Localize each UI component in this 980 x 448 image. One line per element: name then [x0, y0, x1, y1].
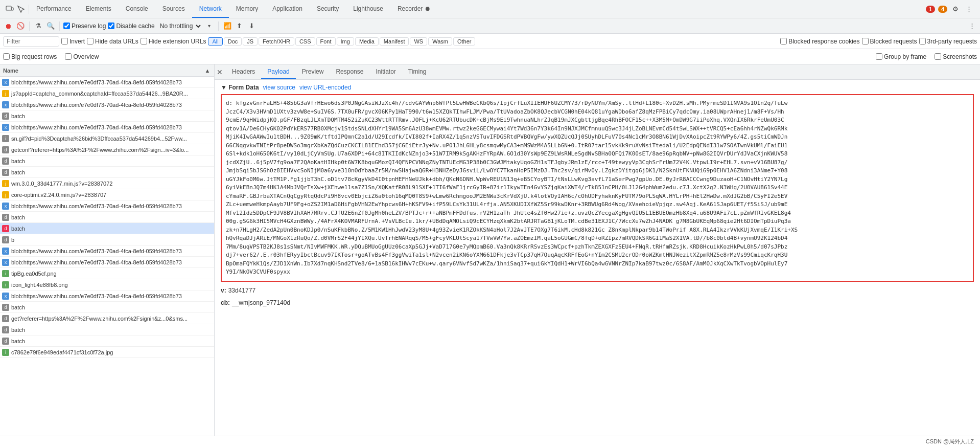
record-button[interactable]: ⏺: [3, 21, 13, 31]
sort-indicator[interactable]: ▲: [204, 68, 211, 74]
list-item[interactable]: iicon_light.4e88fb8.png: [0, 279, 214, 290]
tab-recorder[interactable]: Recorder ⏺: [390, 0, 438, 18]
filter-js[interactable]: JS: [243, 37, 258, 46]
list-item[interactable]: dbatch: [0, 223, 214, 234]
settings-button[interactable]: ⚙: [950, 4, 961, 14]
view-url-encoded-toggle[interactable]: view URL-encoded: [299, 84, 351, 91]
sub-tab-headers[interactable]: Headers: [226, 64, 261, 79]
disable-cache-checkbox[interactable]: [108, 23, 114, 29]
big-rows-checkbox[interactable]: [3, 53, 10, 60]
toolbar-sep-2: [59, 21, 60, 31]
item-type-icon: x: [2, 79, 9, 86]
tab-memory[interactable]: Memory: [229, 0, 265, 18]
tab-console[interactable]: Console: [119, 0, 155, 18]
big-rows-label[interactable]: Big request rows: [3, 53, 57, 60]
tab-application[interactable]: Application: [265, 0, 310, 18]
filter-css[interactable]: CSS: [295, 37, 315, 46]
filter-manifest[interactable]: Manifest: [380, 37, 409, 46]
list-item[interactable]: db: [0, 234, 214, 245]
sub-tab-initiator[interactable]: Initiator: [369, 64, 402, 79]
list-item[interactable]: isn.gif?d=pid%3Dcaptcha%26bid%3Dffccaa53…: [0, 133, 214, 144]
sub-tab-preview[interactable]: Preview: [296, 64, 330, 79]
hide-data-urls-label[interactable]: Hide data URLs: [87, 38, 138, 45]
search-toggle[interactable]: 🔍: [45, 21, 56, 31]
overview-checkbox[interactable]: [65, 53, 72, 60]
tab-security[interactable]: Security: [310, 0, 346, 18]
list-item[interactable]: ic7862e79f6e949edaf4471cf31c0f72a.jpg: [0, 347, 214, 358]
list-item[interactable]: itipBg.ea0d5cf.png: [0, 268, 214, 279]
filter-input[interactable]: [3, 36, 59, 47]
filter-fetch-xhr[interactable]: Fetch/XHR: [259, 37, 294, 46]
list-item[interactable]: jcore-optimi.v2.24.0.min.js?v=2838707: [0, 189, 214, 200]
sub-tab-timing[interactable]: Timing: [402, 64, 433, 79]
more-options-button[interactable]: ⋮: [964, 4, 974, 14]
list-item[interactable]: xblob:https://www.zhihu.com/e7e0df73-70a…: [0, 77, 214, 88]
filter-ws[interactable]: WS: [410, 37, 427, 46]
list-item[interactable]: dbatch: [0, 302, 214, 313]
filter-img[interactable]: Img: [337, 37, 354, 46]
throttle-select[interactable]: No throttling: [157, 22, 202, 30]
tab-network[interactable]: Network: [192, 0, 229, 18]
device-toggle-icon[interactable]: [5, 5, 14, 14]
list-item[interactable]: xblob:https://www.zhihu.com/e7e0df73-70a…: [0, 257, 214, 268]
list-item[interactable]: dbatch: [0, 335, 214, 347]
group-by-frame-checkbox[interactable]: [876, 53, 882, 60]
list-item[interactable]: dbatch: [0, 155, 214, 167]
invert-label[interactable]: Invert: [61, 38, 85, 45]
tab-lighthouse[interactable]: Lighthouse: [346, 0, 390, 18]
tab-performance[interactable]: Performance: [29, 0, 79, 18]
clear-button[interactable]: 🚫: [15, 21, 26, 31]
view-source-toggle[interactable]: view source: [263, 84, 295, 91]
list-item[interactable]: xblob:https://www.zhihu.com/e7e0df73-70a…: [0, 200, 214, 212]
invert-checkbox[interactable]: [61, 38, 68, 44]
screenshots-checkbox[interactable]: [935, 53, 941, 60]
third-party-checkbox[interactable]: [919, 38, 926, 44]
list-item[interactable]: dgetconf?referer=https%3A%2F%2Fwww.zhihu…: [0, 144, 214, 155]
close-panel-button[interactable]: ✕: [217, 68, 223, 76]
blocked-cookies-label[interactable]: Blocked response cookies: [780, 38, 859, 45]
download-icon[interactable]: ⬇: [247, 21, 257, 31]
list-item[interactable]: jwm.3.0.0_33d41777.min.js?v=28387072: [0, 178, 214, 189]
hide-ext-urls-checkbox[interactable]: [141, 38, 147, 44]
blocked-cookies-checkbox[interactable]: [780, 38, 787, 44]
list-item[interactable]: xblob:https://www.zhihu.com/e7e0df73-70a…: [0, 245, 214, 257]
list-item[interactable]: xblob:https://www.zhihu.com/e7e0df73-70a…: [0, 99, 214, 110]
preserve-log-checkbox[interactable]: [63, 23, 70, 29]
tab-elements[interactable]: Elements: [79, 0, 119, 18]
tab-sources[interactable]: Sources: [155, 0, 192, 18]
screenshots-label[interactable]: Screenshots: [935, 53, 977, 60]
list-item[interactable]: dbatch: [0, 212, 214, 223]
blocked-requests-checkbox[interactable]: [862, 38, 869, 44]
overview-label[interactable]: Overview: [65, 53, 99, 60]
list-item[interactable]: dbatch: [0, 167, 214, 178]
inspect-icon[interactable]: [16, 5, 26, 14]
disable-cache-label[interactable]: Disable cache: [108, 23, 154, 30]
filter-toggle[interactable]: ⚗: [33, 21, 43, 31]
more-network-btn[interactable]: ⋮: [967, 21, 977, 31]
list-item[interactable]: xblob:https://www.zhihu.com/e7e0df73-70a…: [0, 290, 214, 302]
filter-all[interactable]: All: [208, 37, 222, 46]
hide-ext-urls-label[interactable]: Hide extension URLs: [141, 38, 206, 45]
filter-wasm[interactable]: Wasm: [428, 37, 452, 46]
filter-doc[interactable]: Doc: [224, 37, 242, 46]
list-item[interactable]: dbatch: [0, 110, 214, 122]
hide-data-urls-checkbox[interactable]: [87, 38, 94, 44]
filter-media[interactable]: Media: [355, 37, 379, 46]
overview-text: Overview: [73, 53, 99, 60]
blocked-requests-label[interactable]: Blocked requests: [862, 38, 917, 45]
filter-other[interactable]: Other: [453, 37, 476, 46]
list-item[interactable]: xblob:https://www.zhihu.com/e7e0df73-70a…: [0, 122, 214, 133]
list-scroll[interactable]: xblob:https://www.zhihu.com/e7e0df73-70a…: [0, 77, 214, 436]
preserve-log-label[interactable]: Preserve log: [63, 23, 106, 30]
sub-tab-response[interactable]: Response: [330, 64, 369, 79]
third-party-label[interactable]: 3rd-party requests: [919, 38, 977, 45]
upload-icon[interactable]: ⬆: [235, 21, 245, 31]
item-type-icon: d: [2, 169, 9, 176]
list-item[interactable]: jjs?appId=captcha_common&captchaId=ffcca…: [0, 88, 214, 99]
sub-tab-payload[interactable]: Payload: [261, 64, 295, 79]
list-item[interactable]: dbatch: [0, 324, 214, 335]
group-by-frame-label[interactable]: Group by frame: [876, 53, 926, 60]
list-item[interactable]: dget?referer=https%3A%2F%2Fwww.zhihu.com…: [0, 313, 214, 324]
throttle-arrow[interactable]: ▾: [204, 21, 215, 31]
filter-font[interactable]: Font: [316, 37, 336, 46]
